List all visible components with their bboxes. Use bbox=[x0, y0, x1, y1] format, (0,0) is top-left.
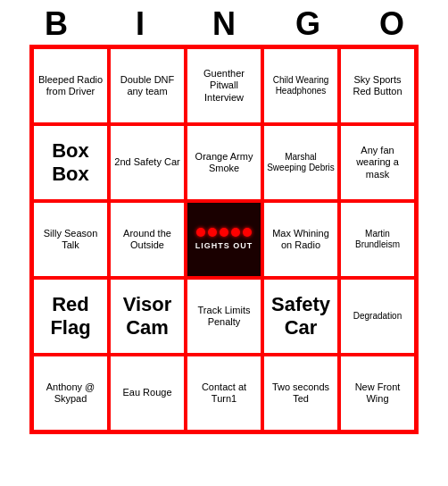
bingo-cell-r3c0[interactable]: Red Flag bbox=[32, 278, 109, 355]
header-g: G bbox=[270, 5, 346, 43]
bingo-cell-r4c1[interactable]: Eau Rouge bbox=[109, 355, 186, 432]
bingo-cell-r2c0[interactable]: Silly Season Talk bbox=[32, 201, 109, 278]
bingo-cell-r1c0[interactable]: Box Box bbox=[32, 124, 109, 201]
bingo-cell-r0c1[interactable]: Double DNF any team bbox=[109, 47, 186, 124]
bingo-cell-r1c3[interactable]: Marshal Sweeping Debris bbox=[262, 124, 339, 201]
bingo-cell-r1c2[interactable]: Orange Army Smoke bbox=[186, 124, 262, 201]
header-n: N bbox=[186, 5, 262, 43]
bingo-cell-r1c1[interactable]: 2nd Safety Car bbox=[109, 124, 186, 201]
bingo-cell-r0c0[interactable]: Bleeped Radio from Driver bbox=[32, 47, 109, 124]
bingo-cell-r4c3[interactable]: Two seconds Ted bbox=[262, 355, 339, 432]
bingo-cell-r3c4[interactable]: Degradation bbox=[339, 278, 416, 355]
bingo-cell-r4c0[interactable]: Anthony @ Skypad bbox=[32, 355, 109, 432]
header-i: I bbox=[102, 5, 178, 43]
bingo-cell-r3c2[interactable]: Track Limits Penalty bbox=[186, 278, 262, 355]
bingo-cell-r0c4[interactable]: Sky Sports Red Button bbox=[339, 47, 416, 124]
bingo-cell-r4c2[interactable]: Contact at Turn1 bbox=[186, 355, 262, 432]
bingo-cell-r3c3[interactable]: Safety Car bbox=[262, 278, 339, 355]
bingo-cell-r2c3[interactable]: Max Whining on Radio bbox=[262, 201, 339, 278]
bingo-cell-r4c4[interactable]: New Front Wing bbox=[339, 355, 416, 432]
bingo-cell-r2c4[interactable]: Martin Brundleism bbox=[339, 201, 416, 278]
bingo-header: B I N G O bbox=[14, 5, 434, 43]
header-o: O bbox=[353, 5, 430, 43]
header-b: B bbox=[18, 5, 95, 43]
bingo-cell-r1c4[interactable]: Any fan wearing a mask bbox=[339, 124, 416, 201]
bingo-cell-r0c3[interactable]: Child Wearing Headphones bbox=[262, 47, 339, 124]
bingo-grid: Bleeped Radio from DriverDouble DNF any … bbox=[29, 45, 419, 434]
bingo-cell-r2c1[interactable]: Around the Outside bbox=[109, 201, 186, 278]
bingo-cell-r0c2[interactable]: Guenther Pitwall Interview bbox=[186, 47, 262, 124]
bingo-cell-r2c2[interactable]: LIGHTS OUT bbox=[186, 201, 262, 278]
bingo-cell-r3c1[interactable]: Visor Cam bbox=[109, 278, 186, 355]
